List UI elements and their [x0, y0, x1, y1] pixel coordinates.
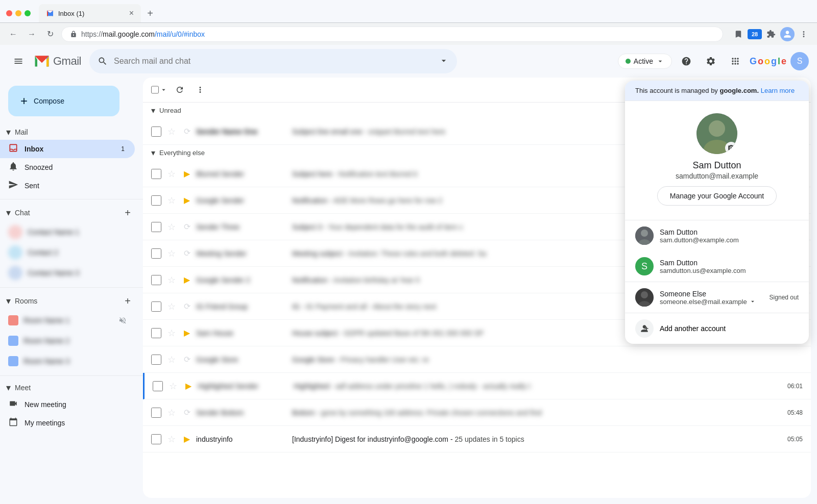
snooze-icon[interactable]: ⟳: [182, 355, 192, 364]
star-icon[interactable]: ☆: [165, 407, 178, 418]
star-icon[interactable]: ☆: [165, 274, 178, 286]
settings-button[interactable]: [701, 51, 721, 71]
new-tab-button[interactable]: +: [143, 6, 157, 20]
sidebar-divider-2: [0, 287, 143, 288]
chat-contact-2[interactable]: Contact 2: [0, 242, 135, 263]
star-icon[interactable]: ☆: [165, 248, 178, 259]
star-icon[interactable]: ☆: [165, 327, 178, 339]
add-account-item[interactable]: Add another account: [625, 313, 809, 344]
snooze-icon[interactable]: ⟳: [182, 408, 192, 417]
email-checkbox[interactable]: [151, 434, 161, 444]
room-item-1[interactable]: Room Name 1: [0, 310, 135, 331]
select-all-button[interactable]: [151, 82, 167, 98]
apps-button[interactable]: [725, 51, 746, 71]
star-icon[interactable]: ☆: [165, 354, 178, 365]
hamburger-menu-button[interactable]: [8, 51, 29, 71]
email-checkbox[interactable]: [151, 328, 161, 338]
room-item-2[interactable]: Room Name 2: [0, 331, 135, 351]
room-avatar-1: [8, 315, 18, 325]
star-icon[interactable]: ☆: [165, 126, 178, 137]
email-checkbox[interactable]: [151, 355, 161, 365]
email-checkbox[interactable]: [151, 127, 161, 137]
refresh-button[interactable]: [172, 82, 188, 98]
mail-section: ▾ Mail Inbox 1 Snoozed Sent: [0, 124, 143, 195]
table-row[interactable]: ☆ ⟳ Sender Bottom Bottom - gone by somet…: [143, 399, 811, 426]
star-icon[interactable]: ☆: [165, 221, 178, 233]
extension-badge[interactable]: 28: [748, 29, 762, 39]
chat-contact-3[interactable]: Contact Name 3: [0, 263, 135, 283]
table-row[interactable]: ☆ ⟳ Google Store Google Store - Privacy …: [143, 346, 811, 373]
inbox-label: Inbox: [25, 145, 113, 153]
chat-section-header[interactable]: ▾ Chat +: [0, 204, 143, 222]
rooms-add-button[interactable]: +: [121, 294, 135, 308]
priority-icon: ▶: [182, 195, 192, 205]
account-list-item-1[interactable]: Sam Dutton sam.dutton@example.com: [625, 220, 809, 251]
chat-contact-1[interactable]: Contact Name 1: [0, 222, 135, 242]
manage-account-button[interactable]: Manage your Google Account: [657, 186, 777, 206]
search-input[interactable]: [114, 57, 432, 66]
table-row[interactable]: ☆ ▶ industryinfo [Industryinfo] Digest f…: [143, 426, 811, 452]
learn-more-link[interactable]: Learn more: [761, 87, 795, 94]
profile-avatar-button[interactable]: S: [790, 52, 809, 70]
star-icon[interactable]: ☆: [165, 301, 178, 312]
account-list-item-2[interactable]: S Sam Dutton samdutton.us@example.com: [625, 251, 809, 282]
sidebar-item-new-meeting[interactable]: New meeting: [0, 395, 135, 414]
email-checkbox[interactable]: [151, 301, 161, 312]
search-filter-button[interactable]: [439, 56, 449, 67]
star-icon[interactable]: ☆: [165, 168, 178, 180]
snooze-icon[interactable]: ⟳: [182, 222, 192, 232]
email-checkbox[interactable]: [153, 381, 163, 391]
tab-close-button[interactable]: ×: [129, 9, 134, 18]
traffic-light-green[interactable]: [25, 10, 31, 16]
star-icon[interactable]: ☆: [167, 381, 179, 392]
star-icon[interactable]: ☆: [165, 195, 178, 206]
compose-button[interactable]: + Compose: [8, 86, 119, 116]
back-button[interactable]: ←: [6, 27, 20, 41]
address-bar[interactable]: https://https://mail.google.commail.goog…: [61, 27, 723, 42]
table-row[interactable]: ☆ ▶ Highlighted Sender Highlighted - adf…: [143, 373, 811, 399]
forward-button[interactable]: →: [25, 27, 39, 41]
new-meeting-label: New meeting: [25, 400, 127, 409]
camera-icon[interactable]: [725, 142, 737, 154]
sidebar-item-snoozed[interactable]: Snoozed: [0, 158, 135, 177]
bookmark-icon[interactable]: [731, 27, 746, 41]
traffic-light-yellow[interactable]: [15, 10, 21, 16]
search-bar[interactable]: [89, 49, 457, 73]
sidebar-item-sent[interactable]: Sent: [0, 177, 135, 195]
active-tab[interactable]: Inbox (1) ×: [39, 4, 141, 22]
chat-section: ▾ Chat + Contact Name 1 Contact 2 Contac…: [0, 204, 143, 283]
chat-name-2: Contact 2: [28, 248, 127, 257]
email-checkbox[interactable]: [151, 275, 161, 285]
account-name-1: Sam Dutton: [660, 228, 799, 236]
account-list-item-3[interactable]: Someone Else someone.else@mail.example S…: [625, 282, 809, 313]
mail-section-header[interactable]: ▾ Mail: [0, 124, 143, 140]
extensions-icon[interactable]: [764, 27, 778, 41]
email-checkbox[interactable]: [151, 169, 161, 179]
email-checkbox[interactable]: [151, 195, 161, 206]
snooze-icon[interactable]: ⟳: [182, 248, 192, 258]
snooze-icon[interactable]: ⟳: [182, 127, 192, 136]
meet-section-header[interactable]: ▾ Meet: [0, 380, 143, 395]
browser-menu-icon[interactable]: [797, 27, 811, 41]
email-checkbox[interactable]: [151, 222, 161, 232]
snooze-icon[interactable]: ⟳: [182, 301, 192, 311]
account-email-2: samdutton.us@example.com: [660, 267, 799, 274]
sidebar-item-my-meetings[interactable]: My meetings: [0, 414, 135, 432]
rooms-section-header[interactable]: ▾ Rooms +: [0, 292, 143, 310]
traffic-light-red[interactable]: [6, 10, 12, 16]
status-badge[interactable]: Active: [618, 54, 672, 69]
help-button[interactable]: [676, 51, 696, 71]
meet-chevron-icon: ▾: [6, 382, 11, 393]
reload-button[interactable]: ↻: [43, 27, 57, 41]
more-options-button[interactable]: [192, 82, 208, 98]
sidebar-item-inbox[interactable]: Inbox 1: [0, 140, 135, 158]
browser-profile-avatar[interactable]: [780, 27, 795, 41]
star-icon[interactable]: ☆: [165, 434, 178, 445]
unread-chevron-icon[interactable]: ▾: [151, 106, 155, 115]
everything-else-chevron-icon[interactable]: ▾: [151, 148, 155, 158]
chat-add-button[interactable]: +: [121, 206, 135, 220]
select-all-checkbox[interactable]: [151, 86, 159, 94]
email-checkbox[interactable]: [151, 248, 161, 259]
room-item-3[interactable]: Room Name 3: [0, 351, 135, 371]
email-checkbox[interactable]: [151, 408, 161, 418]
